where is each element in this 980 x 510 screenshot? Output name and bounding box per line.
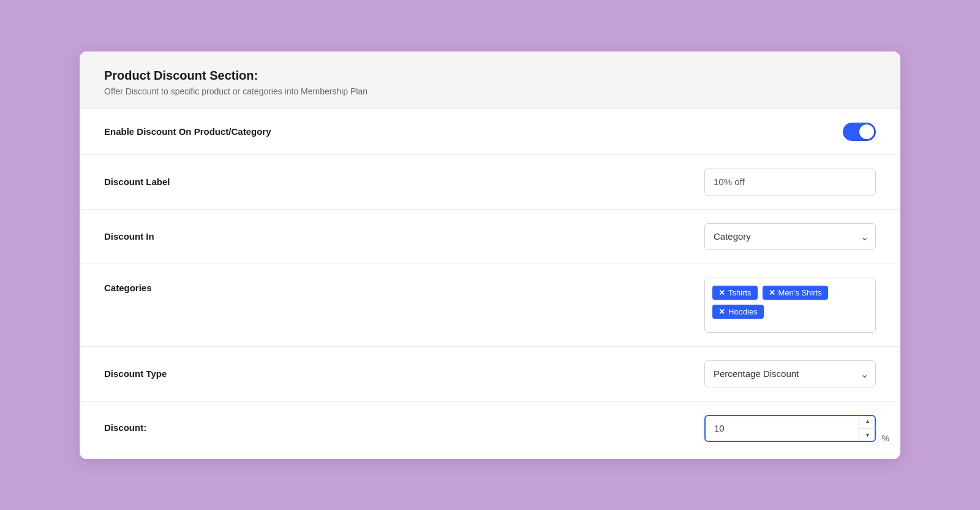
enable-discount-label: Enable Discount On Product/Category bbox=[104, 126, 271, 137]
number-input-outer: ▲ ▼ % bbox=[704, 415, 876, 442]
product-discount-card: Product Discount Section: Offer Discount… bbox=[80, 51, 900, 459]
discount-label-control bbox=[704, 169, 876, 196]
categories-tags-area[interactable]: ✕ Tshirts ✕ Men's Shirts ✕ Hoodies bbox=[704, 278, 876, 333]
discount-in-row: Discount In Category Product ⌄ bbox=[80, 209, 900, 264]
discount-value-row: Discount: ▲ ▼ % bbox=[80, 401, 900, 459]
categories-label: Categories bbox=[104, 278, 152, 293]
enable-discount-toggle[interactable] bbox=[843, 123, 876, 141]
toggle-slider bbox=[843, 123, 876, 141]
tag-tshirts[interactable]: ✕ Tshirts bbox=[712, 286, 758, 300]
tag-hoodies-close[interactable]: ✕ bbox=[718, 308, 725, 316]
enable-discount-row: Enable Discount On Product/Category bbox=[80, 108, 900, 154]
tag-mens-shirts[interactable]: ✕ Men's Shirts bbox=[763, 286, 828, 300]
card-subtitle: Offer Discount to specific product or ca… bbox=[104, 86, 876, 96]
discount-in-select-wrapper: Category Product ⌄ bbox=[704, 223, 876, 250]
discount-in-label: Discount In bbox=[104, 231, 154, 242]
discount-label-input[interactable] bbox=[704, 169, 876, 196]
spinner-down[interactable]: ▼ bbox=[859, 428, 876, 442]
discount-in-select[interactable]: Category Product bbox=[704, 223, 876, 250]
tag-mens-shirts-label: Men's Shirts bbox=[778, 288, 822, 297]
discount-type-label: Discount Type bbox=[104, 368, 167, 379]
discount-label-label: Discount Label bbox=[104, 177, 170, 187]
discount-type-control: Percentage Discount Fixed Discount ⌄ bbox=[704, 360, 876, 387]
discount-type-select-wrapper: Percentage Discount Fixed Discount ⌄ bbox=[704, 360, 876, 387]
number-spinners[interactable]: ▲ ▼ bbox=[859, 415, 876, 442]
tag-hoodies[interactable]: ✕ Hoodies bbox=[712, 305, 764, 319]
percent-label: % bbox=[882, 433, 889, 443]
discount-in-control: Category Product ⌄ bbox=[704, 223, 876, 250]
discount-value-label: Discount: bbox=[104, 415, 146, 433]
categories-row: Categories ✕ Tshirts ✕ Men's Shirts ✕ Ho… bbox=[80, 264, 900, 346]
number-input-wrapper: ▲ ▼ bbox=[704, 415, 876, 442]
discount-number-input[interactable] bbox=[704, 415, 876, 442]
discount-label-row: Discount Label bbox=[80, 154, 900, 209]
toggle-area bbox=[704, 123, 876, 141]
discount-type-row: Discount Type Percentage Discount Fixed … bbox=[80, 346, 900, 401]
discount-value-control: ▲ ▼ % bbox=[704, 415, 876, 442]
tag-hoodies-label: Hoodies bbox=[728, 307, 758, 316]
spinner-up[interactable]: ▲ bbox=[859, 415, 876, 429]
tag-tshirts-close[interactable]: ✕ bbox=[718, 289, 725, 297]
discount-type-select[interactable]: Percentage Discount Fixed Discount bbox=[704, 360, 876, 387]
categories-control: ✕ Tshirts ✕ Men's Shirts ✕ Hoodies bbox=[704, 278, 876, 333]
card-header: Product Discount Section: Offer Discount… bbox=[80, 51, 900, 108]
tag-mens-shirts-close[interactable]: ✕ bbox=[769, 289, 775, 297]
card-title: Product Discount Section: bbox=[104, 69, 876, 83]
tag-tshirts-label: Tshirts bbox=[728, 288, 752, 297]
